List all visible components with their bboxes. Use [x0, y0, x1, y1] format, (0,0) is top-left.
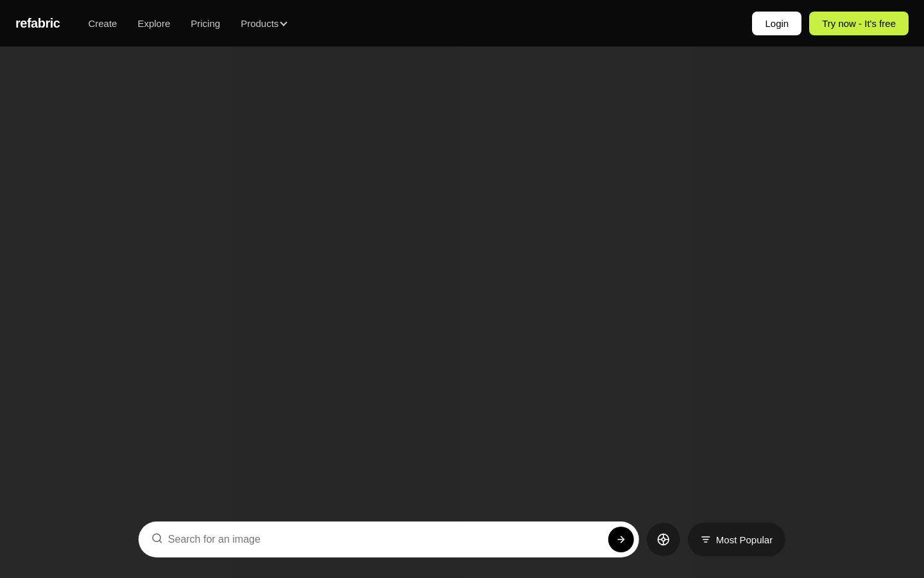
navbar-right: Login Try now - It's free	[752, 12, 909, 35]
gallery-item[interactable]	[462, 47, 693, 355]
nav-link-products[interactable]: Products	[233, 13, 294, 34]
gallery-grid	[0, 47, 924, 578]
navbar-left: refabric Create Explore Pricing Products	[15, 13, 294, 34]
gallery-item[interactable]	[0, 47, 231, 355]
nav-link-pricing[interactable]: Pricing	[183, 13, 228, 34]
nav-link-create[interactable]: Create	[80, 13, 124, 34]
search-submit-button[interactable]	[608, 527, 634, 552]
chevron-down-icon	[280, 19, 287, 26]
search-icon	[151, 532, 163, 547]
nav-links: Create Explore Pricing Products	[80, 13, 294, 34]
gallery-item[interactable]	[231, 47, 462, 355]
nav-link-explore[interactable]: Explore	[130, 13, 178, 34]
search-bar	[139, 521, 639, 557]
search-input[interactable]	[168, 534, 603, 545]
svg-line-1	[159, 540, 161, 542]
navbar: refabric Create Explore Pricing Products…	[0, 0, 924, 47]
sort-button[interactable]: Most Popular	[688, 523, 785, 556]
filter-button[interactable]	[647, 523, 680, 556]
try-now-button[interactable]: Try now - It's free	[809, 12, 909, 35]
gallery-item[interactable]	[693, 47, 924, 355]
search-bar-container: Most Popular	[139, 521, 785, 557]
login-button[interactable]: Login	[752, 12, 801, 35]
sort-label: Most Popular	[716, 534, 773, 545]
logo[interactable]: refabric	[15, 16, 60, 31]
